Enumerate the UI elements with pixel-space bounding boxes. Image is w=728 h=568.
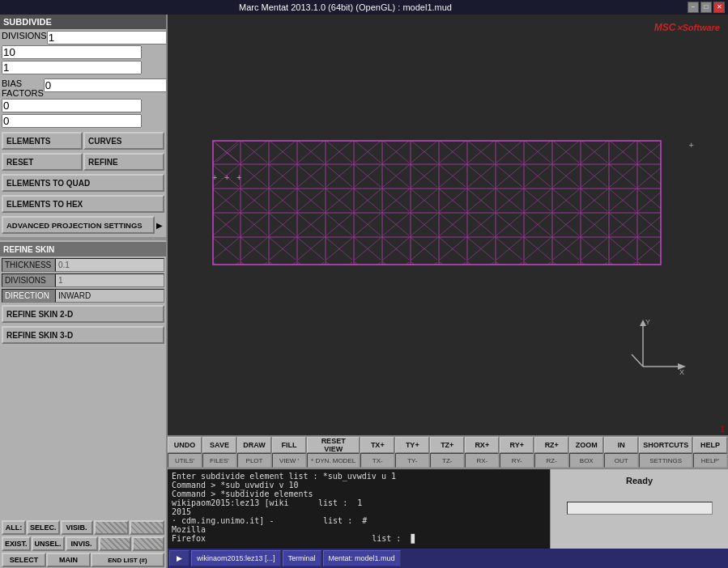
thickness-row: THICKNESS (2, 258, 164, 272)
zoom-box-button[interactable]: BOX (569, 453, 603, 468)
panel-spacer (0, 345, 166, 519)
tb-ty: TY+ TY- (395, 437, 430, 468)
direction-input[interactable] (55, 289, 164, 303)
title-bar: Marc Mentat 2013.1.0 (64bit) (OpenGL) : … (0, 0, 728, 15)
coordinate-axes: Y X (631, 318, 688, 375)
close-button[interactable]: ✕ (713, 2, 725, 13)
fill-button[interactable]: FILL (272, 437, 306, 453)
view-button[interactable]: VIEW ' (272, 453, 306, 468)
bias-input-1[interactable] (44, 78, 168, 92)
visible-button[interactable]: VISIB. (61, 520, 93, 535)
draw-button[interactable]: DRAW (237, 437, 271, 453)
tx-plus-button[interactable]: TX+ (360, 437, 394, 453)
end-list-button[interactable]: END LIST (#) (91, 553, 164, 567)
direction-row: DIRECTION (2, 289, 164, 303)
tb-help: HELP HELP' (693, 437, 728, 468)
dyn-model-button[interactable]: * DYN. MODEL (307, 453, 360, 468)
elements-button[interactable]: ELEMENTS (2, 132, 83, 150)
log-line-4-row: wikipaom2015:lez13 [wiki 2015 list : 1 (172, 498, 546, 516)
bias-section: BIAS FACTORS (2, 78, 164, 98)
log-line-1: Enter subdivide element list : *sub_uvwd… (172, 472, 546, 481)
divisions2-row: DIVISIONS (2, 273, 164, 287)
svg-line-31 (632, 354, 643, 367)
select-mode-button[interactable]: SELECT (2, 553, 46, 567)
hatch-4 (132, 536, 164, 551)
all-button[interactable]: ALL: (2, 520, 26, 535)
tb-ry: RY+ RY- (500, 437, 534, 468)
undo-button[interactable]: UNDO (168, 437, 202, 453)
rx-minus-button[interactable]: RX- (465, 453, 499, 468)
refine-skin-2d-button[interactable]: REFINE SKIN 2-D (2, 305, 164, 323)
svg-text:X: X (679, 368, 684, 375)
rx-plus-button[interactable]: RX+ (465, 437, 499, 453)
refine-button[interactable]: REFINE (83, 153, 164, 171)
log-line-6a: Firefox (172, 534, 305, 543)
zoom-in-button[interactable]: IN (604, 437, 638, 453)
taskbar-mentat-button[interactable]: Mentat: model1.mud (323, 550, 401, 566)
tx-minus-button[interactable]: TX- (360, 453, 394, 468)
utils-button[interactable]: UTILS' (168, 453, 202, 468)
save-button[interactable]: SAVE (202, 437, 236, 453)
log-line-4b: list : 1 (309, 498, 362, 516)
zoom-button[interactable]: ZOOM (569, 437, 603, 453)
plot-button[interactable]: PLOT (237, 453, 271, 468)
reset-view-button[interactable]: RESET VIEW (307, 437, 360, 453)
elements-to-hex-button[interactable]: ELEMENTS TO HEX (2, 195, 164, 213)
bias-label: BIAS FACTORS (2, 78, 44, 98)
tb-tz: TZ+ TZ- (430, 437, 465, 468)
viewport: MSC✕Software 1 + + + + (168, 15, 728, 468)
rz-minus-button[interactable]: RZ- (534, 453, 568, 468)
tz-plus-button[interactable]: TZ+ (430, 437, 464, 453)
taskbar-wiki-button[interactable]: wikinaom2015:lez13 [...] (191, 550, 281, 566)
thickness-input[interactable] (55, 258, 164, 272)
divisions-input-2[interactable] (2, 45, 142, 59)
divisions2-input[interactable] (55, 273, 164, 287)
canvas-area[interactable]: MSC✕Software 1 + + + + (168, 15, 728, 435)
zoom-out-button[interactable]: OUT (604, 453, 638, 468)
reset-button[interactable]: RESET (2, 153, 83, 171)
divisions2-label: DIVISIONS (2, 273, 55, 287)
status-input[interactable] (567, 502, 713, 515)
refine-skin-3d-button[interactable]: REFINE SKIN 3-D (2, 326, 164, 344)
start-button[interactable]: ▶ (169, 550, 189, 566)
sel-row-1: ALL: SELEC. VISIB. (2, 520, 164, 535)
unsel-button[interactable]: UNSEL. (32, 536, 65, 551)
command-log: Enter subdivide element list : *sub_uvwd… (168, 469, 550, 549)
shortcuts-button[interactable]: SHORTCUTS (639, 437, 692, 453)
main-button[interactable]: MAIN (46, 553, 91, 567)
help-button[interactable]: HELP (693, 437, 727, 453)
page-number: 1 (720, 424, 725, 434)
taskbar-terminal-button[interactable]: Terminal (283, 550, 321, 566)
select-button[interactable]: SELEC. (27, 520, 60, 535)
ry-minus-button[interactable]: RY- (500, 453, 534, 468)
bias-input-2[interactable] (2, 99, 142, 112)
divisions-input-3[interactable] (2, 61, 142, 74)
log-line-5-row: · cdm.ing.unimo.it] - Mozilla list : # (172, 516, 546, 534)
files-button[interactable]: FILES' (202, 453, 236, 468)
invis-button[interactable]: INVIS. (66, 536, 98, 551)
tz-minus-button[interactable]: TZ- (430, 453, 464, 468)
log-line-6b: list : ▊ (309, 534, 415, 543)
curves-button[interactable]: CURVES (83, 132, 164, 150)
sel-row-2: EXIST. UNSEL. INVIS. (2, 536, 164, 551)
bias-input-3[interactable] (2, 114, 142, 128)
exist-button[interactable]: EXIST. (2, 536, 31, 551)
settings-button[interactable]: SETTINGS (639, 453, 692, 468)
ty-plus-button[interactable]: TY+ (395, 437, 429, 453)
thickness-label: THICKNESS (2, 258, 55, 272)
ty-minus-button[interactable]: TY- (395, 453, 429, 468)
elements-to-quad-button[interactable]: ELEMENTS TO QUAD (2, 174, 164, 192)
divisions-row2 (2, 45, 164, 59)
hatch-1 (94, 520, 129, 535)
advanced-projection-button[interactable]: ADVANCED PROJECTION SETTINGS (2, 216, 155, 234)
ry-plus-button[interactable]: RY+ (500, 437, 534, 453)
rz-plus-button[interactable]: RZ+ (534, 437, 568, 453)
maximize-button[interactable]: □ (700, 2, 712, 13)
left-panel: SUBDIVIDE DIVISIONS BIAS FACTORS (0, 15, 168, 568)
toolbar: UNDO UTILS' SAVE FILES' DRAW PLOT FILL V… (168, 435, 728, 468)
tb-fill: FILL VIEW ' (272, 437, 307, 468)
minimize-button[interactable]: − (688, 2, 699, 13)
select-main-row: SELECT MAIN END LIST (#) (2, 553, 164, 567)
help-prime-button[interactable]: HELP' (693, 453, 727, 468)
divisions-input-1[interactable] (47, 31, 168, 45)
